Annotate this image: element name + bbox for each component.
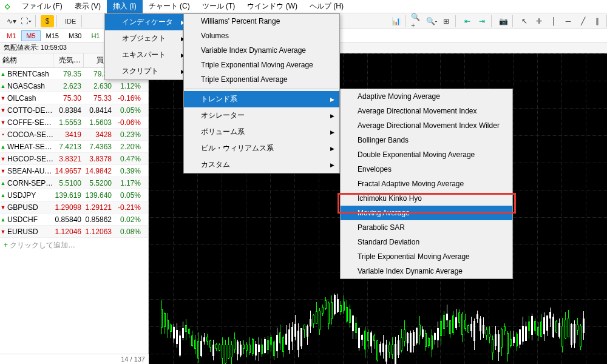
direction-icon: ▲	[0, 71, 6, 77]
menu-script[interactable]: スクリプト▶	[105, 63, 190, 79]
app-logo-icon: ◇	[2, 2, 12, 12]
menu-insert[interactable]: 挿入 (I)	[107, 0, 143, 13]
trend-ama[interactable]: Adaptive Moving Average	[341, 89, 512, 104]
tf-m30[interactable]: M30	[64, 31, 86, 41]
ask-price: 5.5200	[84, 179, 114, 187]
trend-psar[interactable]: Parabolic SAR	[341, 220, 512, 235]
ind-wpr[interactable]: Williams' Percent Range	[184, 14, 339, 29]
ask-price: 139.640	[84, 191, 114, 200]
ind-oscillator[interactable]: オシレーター▶	[184, 107, 339, 124]
menu-tools[interactable]: ツール (T)	[196, 0, 242, 13]
direction-icon: ▲	[0, 192, 6, 198]
symbol-row[interactable]: •COCOA-SE…341934280.23%	[0, 129, 148, 141]
direction-icon: ▼	[0, 107, 6, 113]
insert-menu: インディケータ▶ オブジェクト▶ エキスパート▶ スクリプト▶	[104, 13, 183, 80]
col-symbol[interactable]: 銘柄	[0, 53, 53, 67]
menu-separator	[185, 89, 338, 89]
ind-trend[interactable]: トレンド系▶	[184, 91, 339, 107]
trend-env[interactable]: Envelopes	[341, 162, 512, 177]
trend-vida[interactable]: Variable Index Dynamic Average	[341, 264, 512, 278]
ask-price: 1.5603	[84, 118, 114, 127]
trend-bb[interactable]: Bollinger Bands	[341, 133, 512, 147]
symbol-row[interactable]: ▼COFFE-SEP231.55531.5603-0.06%	[0, 116, 148, 129]
ind-vida[interactable]: Variable Index Dynamic Average	[184, 43, 339, 58]
col-bid[interactable]: 売気…	[53, 53, 84, 67]
ask-price: 2.630	[84, 82, 114, 90]
menu-view[interactable]: 表示 (V)	[69, 0, 107, 13]
bid-price: 79.35	[53, 70, 84, 78]
ask-price: 0.85862	[84, 215, 114, 224]
symbol-name: WHEAT-SE…	[6, 143, 53, 151]
ind-tea[interactable]: Triple Exponential Average	[184, 72, 339, 87]
trend-adxw[interactable]: Average Directional Movement Index Wilde…	[341, 118, 512, 133]
trend-adx[interactable]: Average Directional Movement Index	[341, 104, 512, 118]
dollar-icon[interactable]: $	[41, 15, 54, 27]
menu-object[interactable]: オブジェクト▶	[105, 30, 190, 47]
direction-icon: •	[0, 132, 6, 138]
grid-icon[interactable]: ⊞	[439, 15, 453, 27]
trend-fama[interactable]: Fractal Adaptive Moving Average	[341, 177, 512, 191]
tf-h1[interactable]: H1	[87, 31, 104, 41]
ide-button[interactable]: IDE	[62, 15, 79, 27]
symbol-name: USDCHF	[6, 215, 53, 224]
bid-price: 0.8384	[53, 106, 84, 115]
crosshair-icon[interactable]: ✛	[532, 15, 546, 27]
ind-custom[interactable]: カスタム▶	[184, 157, 339, 173]
symbol-row[interactable]: ▼EURUSD1.120461.120630.08%	[0, 226, 148, 238]
change-pct: 2.20%	[114, 143, 143, 151]
menu-expert[interactable]: エキスパート▶	[105, 47, 190, 63]
change-pct: -0.16%	[114, 94, 143, 103]
ind-billwilliams[interactable]: ビル・ウィリアムス系▶	[184, 140, 339, 157]
change-pct: 0.02%	[114, 215, 143, 224]
trend-ichi[interactable]: Ichimoku Kinko Hyo	[341, 191, 512, 206]
vline-icon[interactable]: │	[547, 15, 560, 27]
chart-candle-icon[interactable]: ⛶▾	[19, 15, 33, 27]
change-pct: 1.12%	[114, 82, 143, 90]
autoscroll-icon[interactable]: ⇥	[475, 15, 489, 27]
symbol-name: EURUSD	[6, 228, 53, 236]
tf-m15[interactable]: M15	[42, 31, 63, 41]
shift-icon[interactable]: ⇤	[461, 15, 474, 27]
symbol-row[interactable]: ▲USDJPY139.619139.6400.05%	[0, 189, 148, 201]
menu-window[interactable]: ウインドウ (W)	[241, 0, 304, 13]
symbol-row[interactable]: ▲USDCHF0.858400.858620.02%	[0, 214, 148, 226]
cursor-icon[interactable]: ↖	[518, 15, 531, 27]
indicator-menu: Williams' Percent Range Volumes Variable…	[183, 13, 340, 174]
zoom-in-icon[interactable]: 🔍+	[410, 15, 424, 27]
trend-ma[interactable]: Moving Average	[341, 206, 512, 220]
symbol-row[interactable]: ▲CORN-SEP235.51005.52001.17%	[0, 177, 148, 189]
chart-type-icon[interactable]: 📊	[389, 15, 402, 27]
direction-icon: ▼	[0, 229, 6, 235]
bid-price: 5.5100	[53, 179, 84, 187]
menu-chart[interactable]: チャート (C)	[143, 0, 196, 13]
symbol-row[interactable]: ▼OILCash75.3075.33-0.16%	[0, 92, 148, 104]
menu-help[interactable]: ヘルプ (H)	[304, 0, 350, 13]
ind-volumes[interactable]: Volumes	[184, 29, 339, 43]
channel-icon[interactable]: ∥	[591, 15, 604, 27]
change-pct: 1.17%	[114, 179, 143, 187]
symbol-name: NGASCash	[6, 82, 53, 90]
symbol-row[interactable]: ▼COTTO-DE…0.83840.84140.05%	[0, 104, 148, 116]
menu-indicator[interactable]: インディケータ▶	[105, 14, 190, 30]
tf-m5[interactable]: M5	[21, 30, 40, 41]
menu-file[interactable]: ファイル (F)	[16, 0, 69, 13]
trend-tema[interactable]: Triple Exponential Moving Average	[341, 249, 512, 264]
trendline-icon[interactable]: ╱	[576, 15, 589, 27]
bid-price: 1.12046	[53, 228, 84, 236]
chart-line-icon[interactable]: ∿▾	[5, 15, 18, 27]
symbol-row[interactable]: ▼HGCOP-SE…3.83213.83780.47%	[0, 153, 148, 165]
hline-icon[interactable]: ─	[561, 15, 575, 27]
symbol-row[interactable]: ▼GBPUSD1.290981.29121-0.21%	[0, 201, 148, 214]
symbol-row[interactable]: ▲WHEAT-SE…7.42137.43632.20%	[0, 141, 148, 153]
bid-price: 0.85840	[53, 215, 84, 224]
add-symbol-row[interactable]: + クリックして追加…	[0, 238, 148, 253]
ind-volume[interactable]: ボリューム系▶	[184, 124, 339, 140]
tf-m1[interactable]: M1	[2, 31, 20, 41]
symbol-row[interactable]: ▼SBEAN-AU…14.965714.98420.39%	[0, 165, 148, 177]
trend-sd[interactable]: Standard Deviation	[341, 235, 512, 249]
symbol-row[interactable]: ▲NGASCash2.6232.6301.12%	[0, 80, 148, 92]
camera-icon[interactable]: 📷	[497, 15, 510, 27]
ind-tema[interactable]: Triple Exponential Moving Average	[184, 58, 339, 72]
zoom-out-icon[interactable]: 🔍-	[425, 15, 438, 27]
trend-dema[interactable]: Double Exponential Moving Average	[341, 147, 512, 162]
